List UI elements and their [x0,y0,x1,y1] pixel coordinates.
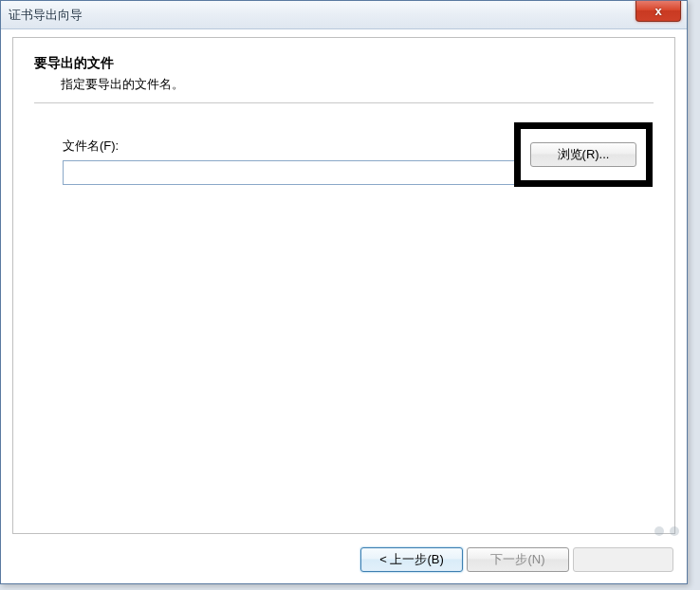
wizard-window: 证书导出向导 x 要导出的文件 指定要导出的文件名。 文件名(F): 浏览(R)… [0,0,688,584]
browse-button[interactable]: 浏览(R)... [530,142,636,167]
filename-input[interactable] [63,160,516,185]
titlebar: 证书导出向导 x [1,1,687,29]
input-row: 浏览(R)... [63,160,654,185]
decor-dots [654,526,681,540]
page-subheading: 指定要导出的文件名。 [61,76,654,93]
next-button[interactable]: 下一步(N) [467,547,569,572]
back-button[interactable]: < 上一步(B) [360,547,463,572]
window-title: 证书导出向导 [9,7,83,24]
footer-buttons: < 上一步(B) 下一步(N) [360,547,673,572]
page-heading: 要导出的文件 [34,55,654,72]
separator [34,102,654,103]
close-button[interactable]: x [636,1,681,22]
content-panel: 要导出的文件 指定要导出的文件名。 文件名(F): 浏览(R)... [12,37,675,534]
filename-field-row: 文件名(F): 浏览(R)... [63,138,654,185]
close-icon: x [654,4,661,18]
blank-button-placeholder [573,547,673,572]
browse-highlight-box: 浏览(R)... [514,122,653,187]
